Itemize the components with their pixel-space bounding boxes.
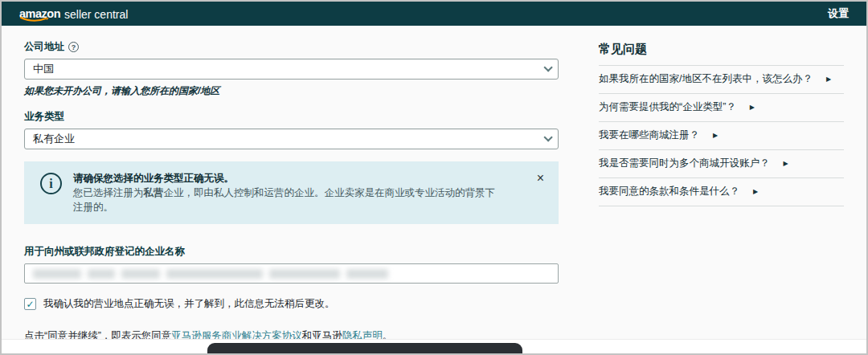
faq-question-text: 为何需要提供我的“企业类型”？ — [599, 100, 736, 114]
company-address-label: 公司地址 — [24, 40, 64, 54]
business-type-label-row: 业务类型 — [24, 110, 559, 124]
faq-item-which-marketplaces[interactable]: 我要在哪些商城注册？ ▶ — [599, 122, 844, 150]
business-name-input[interactable] — [24, 263, 559, 284]
page: amazon seller central 设置 公司地址 ? 中国 如果您未开… — [0, 0, 868, 355]
faq-question-text: 我要在哪些商城注册？ — [599, 129, 699, 142]
business-type-value: 私有企业 — [33, 132, 75, 146]
company-address-label-row: 公司地址 ? — [24, 40, 559, 54]
notice-text: 请确保您选择的业务类型正确无误。 您已选择注册为私营企业，即由私人控制和运营的企… — [73, 171, 522, 214]
confirm-location-checkbox[interactable]: ✓ — [24, 298, 36, 310]
help-icon[interactable]: ? — [68, 42, 79, 52]
company-address-hint: 如果您未开办公司，请输入您所在的国家/地区 — [24, 84, 559, 98]
notice-body-prefix: 您已选择注册为 — [73, 187, 144, 198]
faq-question-text: 我要同意的条款和条件是什么？ — [599, 185, 739, 198]
faq-item-multiple-marketplaces[interactable]: 我是否需要同时为多个商城开设账户？ ▶ — [599, 150, 844, 178]
amazon-wordmark: amazon — [19, 7, 60, 20]
business-type-label: 业务类型 — [24, 110, 64, 124]
expand-arrow-icon: ▶ — [826, 75, 831, 83]
confirm-location-label: 我确认我的营业地点正确无误，并了解到，此信息无法稍后更改。 — [43, 297, 335, 311]
faq-item-terms-conditions[interactable]: 我要同意的条款和条件是什么？ ▶ — [599, 178, 844, 206]
amazon-seller-central-logo[interactable]: amazon seller central — [19, 7, 128, 21]
business-type-select[interactable]: 私有企业 — [24, 129, 559, 149]
top-navbar: amazon seller central 设置 — [2, 2, 866, 26]
faq-item-why-business-type[interactable]: 为何需要提供我的“企业类型”？ ▶ — [599, 94, 844, 122]
faq-question-text: 如果我所在的国家/地区不在列表中，该怎么办？ — [599, 72, 813, 86]
faq-question-text: 我是否需要同时为多个商城开设账户？ — [599, 157, 770, 170]
main-content: 公司地址 ? 中国 如果您未开办公司，请输入您所在的国家/地区 业务类型 私有企… — [2, 26, 866, 355]
registration-form: 公司地址 ? 中国 如果您未开办公司，请输入您所在的国家/地区 业务类型 私有企… — [24, 40, 559, 355]
company-address-select[interactable]: 中国 — [24, 59, 559, 80]
seller-central-text: seller central — [64, 8, 128, 21]
faq-item-country-not-listed[interactable]: 如果我所在的国家/地区不在列表中，该怎么办？ ▶ — [599, 66, 844, 94]
expand-arrow-icon: ▶ — [713, 132, 718, 139]
settings-link[interactable]: 设置 — [828, 6, 849, 21]
info-icon: i — [40, 173, 62, 194]
expand-arrow-icon: ▶ — [753, 188, 758, 195]
faq-title: 常见问题 — [599, 40, 844, 66]
bottom-sheet-handle — [207, 343, 522, 353]
expand-arrow-icon: ▶ — [784, 160, 788, 167]
faq-panel: 常见问题 如果我所在的国家/地区不在列表中，该怎么办？ ▶ 为何需要提供我的“企… — [599, 40, 844, 355]
chevron-down-icon — [543, 133, 552, 141]
notice-body-bold: 私营 — [144, 187, 164, 198]
company-address-value: 中国 — [33, 62, 54, 76]
notice-title: 请确保您选择的业务类型正确无误。 — [73, 171, 502, 186]
redacted-value-blur — [33, 269, 388, 279]
confirm-location-row: ✓ 我确认我的营业地点正确无误，并了解到，此信息无法稍后更改。 — [24, 297, 559, 311]
business-name-label: 用于向州或联邦政府登记的企业名称 — [24, 245, 185, 259]
business-name-label-row: 用于向州或联邦政府登记的企业名称 — [24, 245, 559, 259]
business-type-notice: i 请确保您选择的业务类型正确无误。 您已选择注册为私营企业，即由私人控制和运营… — [24, 161, 559, 224]
notice-body: 您已选择注册为私营企业，即由私人控制和运营的企业。企业卖家是在商业或专业活动的背… — [73, 186, 502, 214]
expand-arrow-icon: ▶ — [750, 104, 755, 111]
chevron-down-icon — [543, 63, 552, 71]
close-icon[interactable]: × — [534, 171, 547, 186]
amazon-smile-icon — [20, 17, 51, 23]
